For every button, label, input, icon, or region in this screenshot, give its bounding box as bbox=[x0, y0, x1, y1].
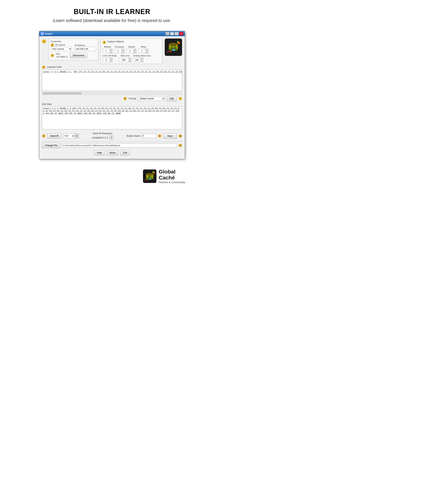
repeat-input[interactable] bbox=[126, 49, 133, 53]
response-value-row: completeir,1:1,1 ? bbox=[92, 135, 114, 140]
gc-tagline: Partners in Connectivity bbox=[159, 181, 185, 184]
protocol-select[interactable]: TCP bbox=[63, 134, 75, 138]
ip-address-label: IP Address bbox=[75, 44, 85, 46]
connector-field: Connector ▲ ▼ bbox=[114, 46, 124, 53]
app-logo bbox=[165, 39, 182, 56]
lines-down[interactable]: ▼ bbox=[110, 60, 112, 62]
module-up[interactable]: ▲ bbox=[110, 49, 112, 51]
connector-input[interactable] bbox=[114, 49, 121, 53]
connector-up[interactable]: ▲ bbox=[122, 49, 124, 51]
response-help-button[interactable]: ? bbox=[109, 135, 114, 140]
global-cache-text: Global Caché Partners in Connectivity bbox=[159, 169, 185, 184]
offset-input[interactable] bbox=[138, 49, 145, 53]
ending-down[interactable]: ▼ bbox=[141, 60, 143, 62]
global-cache-branding: Global Caché Partners in Connectivity bbox=[39, 169, 185, 184]
capture-options-box: 4 Capture Options Module ▲ ▼ bbox=[100, 39, 163, 64]
offset-up[interactable]: ▲ bbox=[145, 49, 148, 51]
repeat-spinner[interactable]: ▲ ▼ bbox=[133, 49, 136, 53]
module-input[interactable] bbox=[103, 49, 109, 53]
file-path-input[interactable] bbox=[62, 143, 177, 147]
offset-spinner[interactable]: ▲ ▼ bbox=[145, 49, 148, 53]
format-select[interactable]: Global Caché bbox=[138, 96, 165, 101]
connector-down[interactable]: ▼ bbox=[122, 51, 124, 53]
page-title: BUILT-IN IR LEARNER bbox=[74, 8, 150, 16]
lines-up[interactable]: ▲ bbox=[110, 58, 112, 60]
badge-4: 4 bbox=[103, 41, 106, 44]
send-ir-button[interactable]: Send IR bbox=[47, 133, 61, 139]
window-title: iLearn bbox=[45, 32, 53, 35]
global-cache-logo bbox=[143, 169, 156, 183]
window-body: 1 Connection 2 IR Learner Flex Learner bbox=[39, 36, 185, 159]
close-btn[interactable]: ✕ bbox=[179, 32, 183, 35]
newline-spinner[interactable]: ▲ ▼ bbox=[128, 57, 131, 62]
ending-up[interactable]: ▲ bbox=[141, 58, 143, 60]
badge-6: 6 bbox=[123, 97, 127, 100]
badge-3: 3 bbox=[51, 54, 54, 57]
format-label: Format bbox=[129, 97, 136, 100]
learned-code-label: Learned Code bbox=[47, 66, 62, 68]
edit-view-textarea[interactable]: sendir,1:1,1,38186,1,1,342,171,22,21,22,… bbox=[42, 106, 182, 129]
maximize-btn[interactable]: □ bbox=[175, 32, 179, 35]
badge-1: 1 bbox=[42, 39, 46, 44]
ir-learner-label: IR Learner bbox=[55, 44, 65, 46]
learned-code-textarea[interactable]: sendir,1:1,1,38186,1,1, 342,171,22,21,22… bbox=[42, 70, 182, 91]
connection-label: Connection bbox=[51, 40, 96, 43]
capture-options-label: Capture Options bbox=[107, 40, 124, 43]
change-file-button[interactable]: Change File bbox=[42, 143, 60, 148]
disconnect-button[interactable]: Disconnect bbox=[70, 53, 87, 58]
newline-down[interactable]: ▼ bbox=[129, 60, 131, 62]
module-spinner[interactable]: ▲ ▼ bbox=[109, 49, 113, 53]
hscroll-thumb[interactable] bbox=[43, 92, 81, 94]
newline-label: New Line bbox=[119, 55, 131, 57]
save-button[interactable]: Save bbox=[163, 133, 177, 139]
connection-box: Connection 2 IR Learner Flex Learner bbox=[48, 39, 98, 60]
format-row: 6 Format Global Caché Edit 7 bbox=[42, 96, 182, 101]
page-subtitle: iLearn softward (download available for … bbox=[53, 18, 171, 23]
title-bar-controls: ◄► ─ □ ✕ bbox=[165, 32, 183, 35]
svg-point-12 bbox=[149, 178, 151, 180]
repeat-field: Repeat ▲ ▼ bbox=[126, 46, 136, 53]
svg-point-6 bbox=[177, 41, 178, 43]
badge-7: 7 bbox=[179, 97, 182, 100]
module-down[interactable]: ▼ bbox=[110, 51, 112, 53]
connector-label: Connector bbox=[114, 46, 124, 48]
module-field: Module ▲ ▼ bbox=[103, 46, 113, 53]
top-section-row: 1 Connection 2 IR Learner Flex Learner bbox=[42, 39, 182, 64]
ip-address-input[interactable] bbox=[75, 47, 96, 51]
repeat-up[interactable]: ▲ bbox=[133, 49, 136, 51]
learned-code-header: 5 Learned Code bbox=[42, 66, 182, 69]
svg-point-4 bbox=[173, 49, 175, 51]
ending-field: Ending Value (ms) ▲ ▼ bbox=[133, 55, 151, 62]
exit-button[interactable]: Exit bbox=[120, 150, 130, 156]
divider bbox=[42, 141, 182, 142]
badge-8: 8 bbox=[42, 134, 45, 138]
edit-button[interactable]: Edit bbox=[167, 96, 177, 101]
newline-field: New Line ▲ ▼ bbox=[119, 55, 131, 62]
about-button[interactable]: About bbox=[107, 150, 118, 156]
app-icon: i bbox=[41, 32, 44, 35]
response-label: Send IR Response: bbox=[93, 132, 113, 135]
title-bar: i iLearn ◄► ─ □ ✕ bbox=[39, 31, 185, 36]
newline-input[interactable] bbox=[119, 58, 128, 62]
badge-5: 5 bbox=[42, 66, 45, 69]
ir-learner-select[interactable]: Flex Learner bbox=[51, 47, 72, 51]
svg-point-14 bbox=[152, 171, 153, 173]
badge-2: 2 bbox=[51, 43, 54, 47]
protocol-dropdown-arrow[interactable]: ▼ bbox=[75, 134, 79, 138]
connector-spinner[interactable]: ▲ ▼ bbox=[121, 49, 124, 53]
response-value: completeir,1:1,1 bbox=[92, 136, 108, 139]
ending-spinner[interactable]: ▲ ▼ bbox=[140, 57, 143, 62]
minimize-btn[interactable]: ─ bbox=[170, 32, 174, 35]
offset-down[interactable]: ▼ bbox=[145, 51, 148, 53]
repeat-down[interactable]: ▼ bbox=[133, 51, 136, 53]
button-name-input[interactable] bbox=[142, 134, 157, 138]
ending-input[interactable] bbox=[133, 58, 140, 62]
lines-field: Lines (IR Data) ▲ ▼ bbox=[103, 55, 117, 62]
lines-input[interactable] bbox=[103, 58, 109, 62]
help-titlebar-btn[interactable]: ◄► bbox=[165, 32, 169, 35]
newline-up[interactable]: ▲ bbox=[129, 58, 131, 60]
help-button[interactable]: Help bbox=[94, 150, 105, 156]
hscroll-bar[interactable] bbox=[42, 92, 182, 95]
lines-spinner[interactable]: ▲ ▼ bbox=[109, 57, 113, 62]
button-name-label: Button Name bbox=[127, 134, 140, 137]
